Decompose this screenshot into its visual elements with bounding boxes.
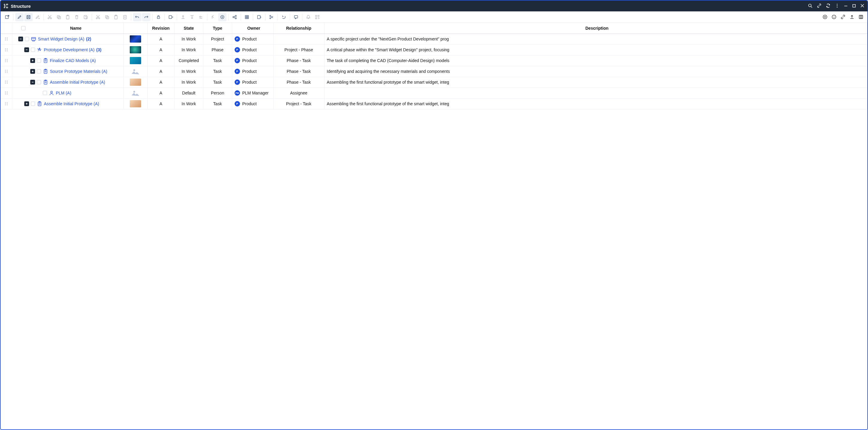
table-row[interactable]: Smart Widget Design (A) (2) A In Work Pr… xyxy=(1,34,867,45)
owner-badge: P xyxy=(235,101,240,107)
drag-handle-icon[interactable] xyxy=(1,45,12,55)
col-description-header[interactable]: Description xyxy=(324,23,867,34)
row-name-link[interactable]: Prototype Development (A) xyxy=(44,47,95,52)
tree-toggle[interactable] xyxy=(18,36,23,41)
discard-button[interactable] xyxy=(33,13,42,21)
undo-button[interactable] xyxy=(133,13,142,21)
copy2-button[interactable] xyxy=(103,13,111,21)
paste-special-button[interactable] xyxy=(121,13,129,21)
paste-button[interactable] xyxy=(64,13,72,21)
row-checkbox[interactable] xyxy=(25,37,29,41)
table-row[interactable]: Source Prototype Materials (A) A In Work… xyxy=(1,66,867,77)
thumbnail-cell xyxy=(123,55,147,66)
row-name-link[interactable]: Assemble Initial Prototype (A) xyxy=(50,80,105,85)
svg-point-30 xyxy=(235,18,237,19)
row-name-link[interactable]: Assemble Initial Prototype (A) xyxy=(44,102,99,106)
table-row[interactable]: Assemble Initial Prototype (A) A In Work… xyxy=(1,77,867,88)
owner-badge: P xyxy=(235,69,240,74)
tree-toggle[interactable] xyxy=(24,102,29,106)
col-thumb-header[interactable] xyxy=(123,23,147,34)
bell-button[interactable] xyxy=(304,13,312,21)
row-checkbox[interactable] xyxy=(37,58,41,63)
cut-button[interactable] xyxy=(45,13,54,21)
maximize-icon[interactable] xyxy=(852,4,856,9)
row-checkbox[interactable] xyxy=(43,91,47,95)
table-row[interactable]: Prototype Development (A) (3) A In Work … xyxy=(1,45,867,55)
row-checkbox[interactable] xyxy=(37,80,41,84)
row-name-link[interactable]: Finalize CAD Models (A) xyxy=(50,58,96,63)
drag-handle-icon[interactable] xyxy=(1,66,12,77)
redo-button[interactable] xyxy=(142,13,150,21)
upload-button[interactable] xyxy=(848,13,856,21)
project-icon xyxy=(31,36,36,42)
data-grid[interactable]: Name Revision State Type Owner Relations… xyxy=(1,23,867,429)
owner-badge: P xyxy=(235,47,240,53)
tree-toggle[interactable] xyxy=(24,47,29,52)
col-name-header[interactable]: Name xyxy=(12,23,123,34)
row-checkbox[interactable] xyxy=(31,48,35,52)
row-name-link[interactable]: Source Prototype Materials (A) xyxy=(50,69,107,74)
state-change-button[interactable] xyxy=(166,13,175,21)
drag-handle-icon[interactable] xyxy=(1,99,12,109)
link-icon[interactable] xyxy=(817,3,822,9)
drag-handle-icon[interactable] xyxy=(1,34,12,45)
col-owner-header[interactable]: Owner xyxy=(232,23,273,34)
export-button[interactable] xyxy=(255,13,264,21)
drag-handle-icon[interactable] xyxy=(1,55,12,66)
col-relationship-header[interactable]: Relationship xyxy=(273,23,324,34)
qr-button[interactable] xyxy=(313,13,321,21)
share-button[interactable] xyxy=(230,13,239,21)
owner-name: Product xyxy=(242,102,257,106)
type-cell: Task xyxy=(203,55,232,66)
search-icon[interactable] xyxy=(808,3,812,9)
table-row[interactable]: Finalize CAD Models (A) A Completed Task… xyxy=(1,55,867,66)
edit-button[interactable] xyxy=(15,13,24,21)
col-type-header[interactable]: Type xyxy=(203,23,232,34)
lock-button[interactable] xyxy=(154,13,163,21)
type-cell: Task xyxy=(203,66,232,77)
duplicate-button[interactable] xyxy=(82,13,90,21)
table-row[interactable]: Assemble Initial Prototype (A) A In Work… xyxy=(1,98,867,109)
relationship-cell: Project - Task xyxy=(273,98,324,109)
drag-handle-icon[interactable] xyxy=(1,88,12,98)
svg-point-88 xyxy=(5,91,6,92)
svg-rect-64 xyxy=(32,60,33,61)
cut2-button[interactable] xyxy=(94,13,102,21)
add-circle-button[interactable] xyxy=(821,13,829,21)
scissors2-button[interactable] xyxy=(267,13,276,21)
row-name-link[interactable]: PLM (A) xyxy=(56,91,71,95)
paste2-button[interactable] xyxy=(112,13,120,21)
save-button[interactable] xyxy=(24,13,33,21)
structure-icon xyxy=(4,4,8,8)
info-button[interactable] xyxy=(830,13,838,21)
tree-toggle[interactable] xyxy=(30,58,35,63)
row-name-link[interactable]: Smart Widget Design (A) xyxy=(38,36,85,41)
tree-toggle[interactable] xyxy=(30,69,35,74)
tree-toggle[interactable] xyxy=(30,80,35,85)
close-icon[interactable] xyxy=(860,4,864,9)
row-checkbox[interactable] xyxy=(31,102,35,106)
branch-button[interactable] xyxy=(209,13,218,21)
select-all-checkbox[interactable] xyxy=(21,26,26,30)
drag-handle-icon[interactable] xyxy=(1,77,12,88)
row-checkbox[interactable] xyxy=(37,69,41,74)
table-row[interactable]: PLM (A) A Default Person PM PLM Manager … xyxy=(1,88,867,98)
refresh-icon[interactable] xyxy=(826,3,831,9)
indent-in-button[interactable] xyxy=(188,13,196,21)
rotate-button[interactable] xyxy=(280,13,288,21)
popout-button[interactable] xyxy=(3,13,11,21)
outdent-button[interactable] xyxy=(197,13,205,21)
col-state-header[interactable]: State xyxy=(175,23,203,34)
grid-button[interactable] xyxy=(243,13,251,21)
comment-button[interactable] xyxy=(292,13,300,21)
svg-point-55 xyxy=(7,51,7,52)
more-icon[interactable] xyxy=(835,3,840,9)
columns-button[interactable] xyxy=(857,13,865,21)
minimize-icon[interactable] xyxy=(844,4,848,9)
delete-button[interactable] xyxy=(72,13,81,21)
link2-button[interactable] xyxy=(839,13,847,21)
copy-button[interactable] xyxy=(55,13,63,21)
indent-out-button[interactable] xyxy=(179,13,187,21)
add-round-button[interactable] xyxy=(218,13,226,21)
col-revision-header[interactable]: Revision xyxy=(147,23,175,34)
